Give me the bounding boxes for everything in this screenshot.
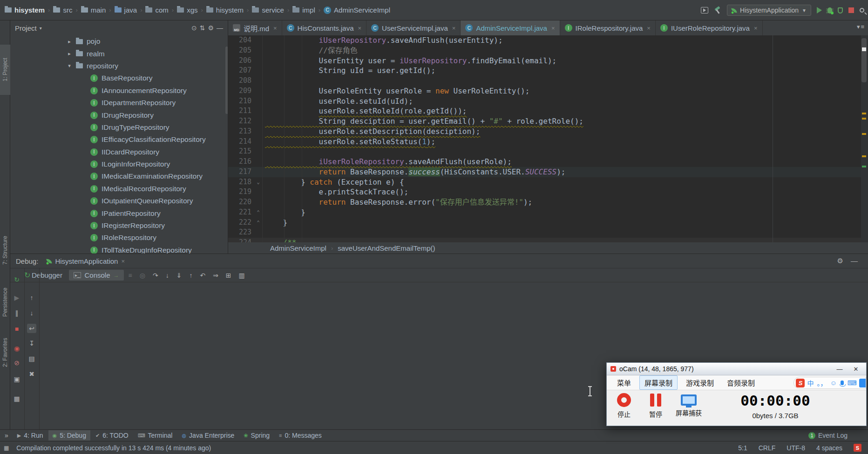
tool-window-tab-terminal[interactable]: ⌨Terminal xyxy=(134,430,177,441)
code-line[interactable]: 212 String desciption = user.getEmail() … xyxy=(228,116,861,127)
lines-icon[interactable]: ≡ xyxy=(126,272,135,279)
stop-button[interactable] xyxy=(848,7,854,13)
run-tool-window-icon[interactable] xyxy=(701,7,708,13)
run-button[interactable] xyxy=(817,7,822,13)
navigation-mark[interactable] xyxy=(862,47,866,51)
settings-icon[interactable]: ⚙ xyxy=(837,257,843,265)
breadcrumb-item[interactable]: impl xyxy=(292,6,315,14)
ocam-menu-selected[interactable]: 屏幕录制 xyxy=(639,375,678,390)
close-icon[interactable]: × xyxy=(754,25,758,32)
tool-window-tab-run[interactable]: ▶4: Run xyxy=(13,430,47,441)
event-log-tab[interactable]: 1 Event Log xyxy=(808,432,868,439)
debug-button[interactable] xyxy=(827,7,832,13)
step-into-icon[interactable]: ↓ xyxy=(163,272,172,279)
collapse-all-icon[interactable]: ⇅ xyxy=(200,24,205,32)
warning-mark[interactable] xyxy=(862,133,866,135)
code-line[interactable]: 206 UserEntity user = iUserRepository.fi… xyxy=(228,56,861,66)
tree-item[interactable]: IBaseRepository xyxy=(10,72,228,84)
tree-item[interactable]: IIRegisterRepository xyxy=(10,220,228,232)
code-line[interactable]: 223 xyxy=(228,227,861,238)
tool-window-button-persistence[interactable]: Persistence xyxy=(0,279,10,326)
tree-chevron-icon[interactable]: ▸ xyxy=(67,39,72,45)
clear-all-icon[interactable]: ✖ xyxy=(27,369,36,379)
tool-window-tab-spring[interactable]: ❀Spring xyxy=(239,430,274,441)
tool-window-button-structure[interactable]: 7: Structure xyxy=(0,226,10,274)
debug-session-tab[interactable]: HisystemApplication × xyxy=(43,256,129,267)
breadcrumb-item[interactable]: service xyxy=(252,6,284,14)
tool-window-button-favorites[interactable]: 2: Favorites xyxy=(0,329,10,376)
breadcrumb-item[interactable]: xgs xyxy=(177,6,197,14)
stop-icon[interactable]: ■ xyxy=(12,324,21,334)
tree-item[interactable]: IIOutpatientQueueRepository xyxy=(10,195,228,207)
breadcrumb-item[interactable]: main xyxy=(81,6,106,14)
snapshot-icon[interactable]: ▣ xyxy=(12,374,21,384)
code-line[interactable]: 221⌃ } xyxy=(228,207,861,218)
rerun-icon[interactable]: ↻ xyxy=(24,271,30,280)
tree-item[interactable]: IIRoleRespository xyxy=(10,232,228,244)
tree-item[interactable]: IIEfficacyClassificationRepository xyxy=(10,134,228,146)
close-icon[interactable]: × xyxy=(551,25,555,32)
code-line[interactable]: 207 String uId = user.getId(); xyxy=(228,66,861,76)
step-out-icon[interactable]: ↑ xyxy=(186,272,195,279)
step-over-icon[interactable]: ↷ xyxy=(150,272,161,279)
editor-tab[interactable]: CUserServiceImpl.java× xyxy=(366,20,461,35)
sogou-ime-bar[interactable]: S 中 。， ☺ ⌨ xyxy=(793,377,866,389)
code-line[interactable]: 222⌃ } xyxy=(228,218,861,228)
breadcrumb-item[interactable]: hisystem xyxy=(206,6,244,14)
debug-tab-debugger[interactable]: Debugger xyxy=(27,270,67,280)
tree-item[interactable]: IIMedicalRecordRepository xyxy=(10,183,228,195)
breadcrumb-item[interactable]: CAdminServiceImpl xyxy=(324,6,390,14)
caret-position[interactable]: 5:1 xyxy=(738,444,747,452)
code-line[interactable]: 218⌄ } catch (Exception e) { xyxy=(228,177,861,187)
indent-setting[interactable]: 4 spaces xyxy=(816,444,842,452)
status-message[interactable]: Compilation completed successfully in 13… xyxy=(16,444,211,452)
code-line[interactable]: 213 userRole.setDescription(desciption); xyxy=(228,127,861,137)
close-icon[interactable]: × xyxy=(647,25,651,32)
code-line[interactable]: 210 userRole.setuId(uId); xyxy=(228,96,861,107)
fold-marker-icon[interactable]: ⌄ xyxy=(254,177,263,187)
ocam-menu-item[interactable]: 菜单 xyxy=(612,376,636,389)
locate-icon[interactable]: ⊙ xyxy=(191,24,197,32)
editor-tab[interactable]: CAdminServiceImpl.java× xyxy=(461,20,560,35)
code-line[interactable]: 220 return BaseResponse.error("保存用户信息发送异… xyxy=(228,197,861,207)
close-icon[interactable]: × xyxy=(273,25,277,32)
breadcrumb-item[interactable]: com xyxy=(145,6,168,14)
breadcrumb-method[interactable]: saveUserAndSendEmailTemp() xyxy=(338,244,435,252)
soft-wrap-icon[interactable]: ↩ xyxy=(27,324,36,333)
close-icon[interactable]: × xyxy=(452,25,456,32)
code-line[interactable]: 204 iUserRepository.saveAndFlush(userEnt… xyxy=(228,35,861,46)
ocam-action-stop-record[interactable]: 停止 xyxy=(617,393,631,419)
code-line[interactable]: 219 e.printStackTrace(); xyxy=(228,187,861,197)
usage-mark[interactable] xyxy=(862,166,866,167)
settings-icon[interactable]: ⚙ xyxy=(208,24,214,32)
breadcrumb-item[interactable]: hisystem xyxy=(5,6,45,14)
scroll-to-end-icon[interactable]: ↧ xyxy=(27,339,36,348)
file-encoding[interactable]: UTF-8 xyxy=(787,444,805,452)
resume-icon[interactable]: ▶ xyxy=(12,293,21,302)
mute-breakpoints-icon[interactable]: ⊘ xyxy=(12,358,21,367)
code-line[interactable]: 217 return BaseResponse.success(HisConst… xyxy=(228,167,861,177)
layout-settings-icon[interactable]: ▥ xyxy=(236,272,248,279)
tree-item[interactable]: IIDepartmentRepository xyxy=(10,97,228,109)
editor-tab[interactable]: IIUserRoleRepository.java× xyxy=(656,20,763,35)
up-stack-icon[interactable]: ↑ xyxy=(27,293,36,302)
hide-panel-icon[interactable]: — xyxy=(851,257,858,265)
code-line[interactable]: 215 xyxy=(228,147,861,157)
editor-tab[interactable]: MD说明.md× xyxy=(228,20,282,35)
debug-tab-console[interactable]: ▸_Console→ xyxy=(69,270,124,280)
print-icon[interactable]: ▤ xyxy=(27,354,36,363)
tool-window-tab-messages[interactable]: ≡0: Messages xyxy=(275,430,326,441)
code-line[interactable]: 205 //保存角色 xyxy=(228,46,861,56)
sogou-logo-icon[interactable]: S xyxy=(796,379,805,387)
ime-emoji-icon[interactable]: ☺ xyxy=(829,379,837,387)
close-icon[interactable]: × xyxy=(358,25,362,32)
build-hammer-icon[interactable] xyxy=(714,7,721,14)
fold-marker-icon[interactable]: ⌃ xyxy=(254,207,263,218)
code-line[interactable]: 224⌄ /** xyxy=(228,238,861,242)
layout-icon[interactable]: ▦ xyxy=(12,394,21,403)
warning-mark[interactable] xyxy=(862,118,866,120)
tree-item[interactable]: IIPatientRepository xyxy=(10,207,228,219)
code-line[interactable]: 209 UserRoleEntity userRole = new UserRo… xyxy=(228,86,861,96)
ocam-action-pause-record[interactable]: 暂停 xyxy=(649,393,663,419)
tree-item[interactable]: IIIDcardRepository xyxy=(10,146,228,158)
